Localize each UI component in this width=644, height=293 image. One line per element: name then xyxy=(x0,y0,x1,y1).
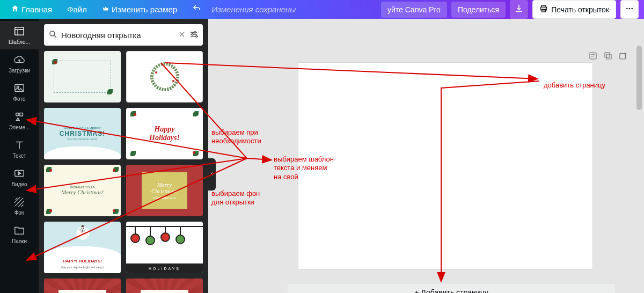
sliders-icon xyxy=(189,30,199,41)
svg-rect-10 xyxy=(20,113,23,116)
card-line2: CHRISTMAS! xyxy=(60,130,105,137)
undo-button[interactable] xyxy=(187,1,207,18)
search-bar xyxy=(44,24,203,46)
templates-panel: WISHING YOU A MERRY CHRISTMAS! from the … xyxy=(39,19,208,293)
copy-icon xyxy=(603,54,613,62)
scrollbar-thumb[interactable] xyxy=(636,46,642,110)
print-label: Печать открыток xyxy=(551,5,609,14)
template-card[interactable]: WISHING YOU A Merry Christmas! xyxy=(44,165,121,216)
card-line1: HAPPY HOLIDAYS! xyxy=(63,259,102,263)
card-line2: HOLIDAYS xyxy=(126,263,203,273)
rail-background-label: Фон xyxy=(14,210,25,216)
template-card[interactable]: WISHING YOU A MERRY CHRISTMAS! from the … xyxy=(44,108,121,159)
svg-point-12 xyxy=(50,31,55,36)
try-pro-label: уйте Canva Pro xyxy=(387,5,441,14)
card-line2: Merry Christmas! xyxy=(61,189,104,195)
card-line2: Holidays! xyxy=(149,134,180,142)
rail-text[interactable]: Текст xyxy=(0,135,39,163)
templates-icon xyxy=(13,25,25,37)
file-label: Файл xyxy=(67,5,87,14)
svg-rect-19 xyxy=(590,53,596,59)
svg-point-5 xyxy=(631,8,633,10)
svg-rect-22 xyxy=(620,54,626,60)
template-card[interactable]: Merry Christmas! DECEMBER 2019 xyxy=(126,165,203,216)
svg-point-17 xyxy=(155,71,157,74)
templates-grid: WISHING YOU A MERRY CHRISTMAS! from the … xyxy=(44,51,203,293)
rail-text-label: Текст xyxy=(12,153,26,159)
download-button[interactable] xyxy=(510,0,528,19)
file-button[interactable]: Файл xyxy=(62,2,92,17)
search-icon xyxy=(48,30,58,41)
rail-folders[interactable]: Папки xyxy=(0,220,39,248)
svg-point-3 xyxy=(626,8,628,10)
main-area: Шабло... Загрузки Фото Элеме... Текст Ви… xyxy=(0,19,644,293)
notes-icon xyxy=(588,54,598,62)
add-page-button[interactable]: + Добавить страницу xyxy=(288,284,615,293)
home-label: Главная xyxy=(21,5,52,14)
rail-elements-label: Элеме... xyxy=(9,124,30,130)
rail-photos[interactable]: Фото xyxy=(0,78,39,106)
rail-background[interactable]: Фон xyxy=(0,192,39,220)
svg-point-16 xyxy=(152,64,178,90)
rail-folders-label: Папки xyxy=(12,238,27,244)
template-card[interactable] xyxy=(44,51,121,102)
add-page-icon xyxy=(618,54,628,62)
rail-photos-label: Фото xyxy=(13,96,26,102)
more-button[interactable] xyxy=(620,0,639,19)
svg-rect-6 xyxy=(15,27,24,35)
card-line2: Christmas! xyxy=(151,188,178,194)
undo-icon xyxy=(192,4,202,15)
home-button[interactable]: Главная xyxy=(5,1,57,18)
crown-icon xyxy=(102,5,109,14)
design-page[interactable] xyxy=(298,63,592,269)
template-card[interactable] xyxy=(126,51,203,102)
close-icon xyxy=(178,31,186,40)
svg-point-14 xyxy=(192,33,193,35)
video-icon xyxy=(13,167,25,179)
rail-elements[interactable]: Элеме... xyxy=(0,106,39,135)
rail-video-label: Видео xyxy=(11,181,27,187)
elements-icon xyxy=(13,111,25,122)
template-card[interactable]: Happy Holidays! xyxy=(126,108,203,159)
chevron-left-icon xyxy=(210,170,214,179)
rail-uploads[interactable]: Загрузки xyxy=(0,49,39,78)
duplicate-page-button[interactable] xyxy=(603,51,613,62)
top-bar: Главная Файл Изменить размер Изменения с… xyxy=(0,0,644,19)
share-label: Поделиться xyxy=(458,5,499,14)
rail-video[interactable]: Видео xyxy=(0,163,39,192)
vertical-scrollbar[interactable] xyxy=(635,45,643,293)
svg-rect-21 xyxy=(605,53,610,57)
search-input[interactable] xyxy=(61,31,175,40)
template-card[interactable]: DECEMBER 2020 xyxy=(44,279,121,293)
add-page-icon-button[interactable] xyxy=(618,51,628,62)
template-card[interactable]: ⛄ HAPPY HOLIDAYS! May your days be brigh… xyxy=(44,222,121,273)
photos-icon xyxy=(13,82,25,94)
resize-label: Изменить размер xyxy=(112,5,177,14)
folders-icon xyxy=(13,224,25,236)
dots-icon xyxy=(625,6,634,14)
rail-templates[interactable]: Шабло... xyxy=(0,21,39,49)
panel-collapse-handle[interactable] xyxy=(208,158,216,191)
download-icon xyxy=(514,4,524,15)
rail-uploads-label: Загрузки xyxy=(9,68,30,74)
print-button[interactable]: Печать открыток xyxy=(532,0,616,19)
canvas-area: + Добавить страницу 98 % Помощь ? xyxy=(208,19,644,293)
filter-button[interactable] xyxy=(189,30,199,41)
svg-point-15 xyxy=(196,35,197,37)
page-notes-button[interactable] xyxy=(588,51,598,62)
card-line1: Happy xyxy=(154,125,174,134)
share-button[interactable]: Поделиться xyxy=(451,2,506,18)
svg-point-4 xyxy=(629,8,631,10)
card-line1: Merry xyxy=(157,181,172,188)
svg-point-18 xyxy=(172,80,174,82)
resize-button[interactable]: Изменить размер xyxy=(97,2,182,17)
try-pro-button[interactable]: уйте Canva Pro xyxy=(381,2,447,18)
template-card[interactable]: HOLIDAYS xyxy=(126,222,203,273)
template-card[interactable]: DECEMBER 2020 MERRY CHRISTMAS FROM THE R… xyxy=(126,279,203,293)
svg-point-13 xyxy=(194,31,196,33)
svg-rect-20 xyxy=(606,54,611,59)
clear-search-button[interactable] xyxy=(178,31,186,40)
saved-status: Изменения сохранены xyxy=(211,5,296,14)
background-icon xyxy=(13,196,25,208)
card-line2: May your days be bright and merry! xyxy=(61,266,104,269)
